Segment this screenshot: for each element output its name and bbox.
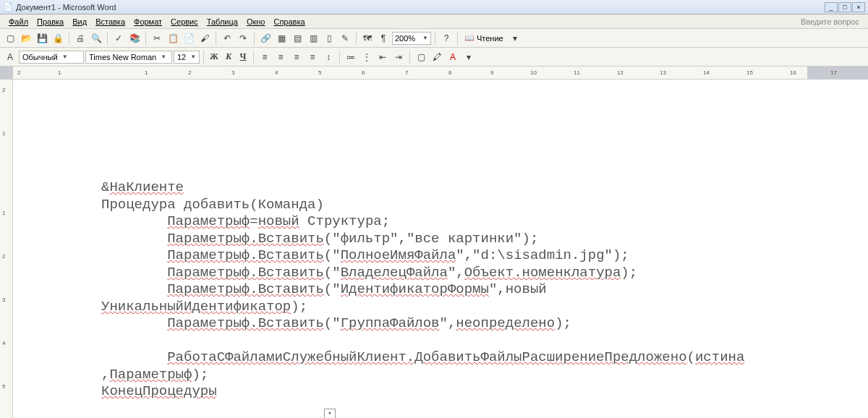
separator bbox=[203, 51, 204, 64]
horizontal-ruler[interactable]: 211234567891011121314151617 bbox=[0, 67, 868, 80]
borders-icon[interactable]: ▢ bbox=[414, 50, 428, 64]
paste-icon[interactable]: 📄 bbox=[182, 31, 196, 46]
insert-table-icon[interactable]: ▤ bbox=[290, 31, 305, 46]
smart-tag-icon[interactable]: ▾ bbox=[324, 409, 336, 419]
document-page[interactable]: &НаКлиенте Процедура добавить(Команда) П… bbox=[13, 80, 868, 418]
menu-window[interactable]: Окно bbox=[242, 16, 270, 27]
format-painter-icon[interactable]: 🖌 bbox=[197, 31, 212, 46]
toolbar-options-icon[interactable]: ▾ bbox=[508, 31, 522, 46]
document-text[interactable]: &НаКлиенте Процедура добавить(Команда) П… bbox=[101, 179, 839, 401]
minimize-button[interactable]: _ bbox=[825, 2, 838, 12]
help-icon[interactable]: ? bbox=[439, 31, 454, 46]
separator bbox=[457, 32, 458, 45]
underline-button[interactable]: Ч bbox=[237, 50, 250, 64]
separator bbox=[216, 32, 216, 45]
undo-icon[interactable]: ↶ bbox=[220, 31, 234, 46]
separator bbox=[69, 32, 69, 45]
align-center-icon[interactable]: ≡ bbox=[273, 50, 288, 64]
italic-button[interactable]: К bbox=[222, 50, 235, 64]
columns-icon[interactable]: ▯ bbox=[322, 31, 336, 46]
menu-bar: Файл Правка Вид Вставка Формат Сервис Та… bbox=[0, 14, 868, 29]
separator bbox=[145, 32, 146, 45]
zoom-combo[interactable]: 200%▼ bbox=[392, 32, 431, 45]
formatting-toolbar: A Обычный▼ Times New Roman▼ 12▼ Ж К Ч ≡ … bbox=[0, 48, 868, 67]
font-color-icon[interactable]: A bbox=[446, 50, 460, 64]
decrease-indent-icon[interactable]: ⇤ bbox=[375, 50, 390, 64]
tables-borders-icon[interactable]: ▦ bbox=[274, 31, 289, 46]
separator bbox=[356, 32, 357, 45]
redo-icon[interactable]: ↷ bbox=[236, 31, 250, 46]
menu-table[interactable]: Таблица bbox=[203, 16, 242, 27]
close-button[interactable]: × bbox=[852, 2, 865, 12]
research-icon[interactable]: 📚 bbox=[127, 31, 142, 46]
standard-toolbar: ▢ 📂 💾 🔒 🖨 🔍 ✓ 📚 ✂ 📋 📄 🖌 ↶ ↷ 🔗 ▦ ▤ ▥ ▯ ✎ … bbox=[0, 29, 868, 48]
styles-pane-icon[interactable]: A bbox=[3, 50, 17, 64]
menu-format[interactable]: Формат bbox=[129, 16, 166, 27]
menu-edit[interactable]: Правка bbox=[33, 16, 68, 27]
spellcheck-icon[interactable]: ✓ bbox=[111, 31, 126, 46]
permissions-icon[interactable]: 🔒 bbox=[51, 31, 65, 46]
bullets-icon[interactable]: ⋮ bbox=[359, 50, 374, 64]
separator bbox=[409, 51, 410, 64]
maximize-button[interactable]: □ bbox=[838, 2, 851, 12]
window-title: Документ1 - Microsoft Word bbox=[16, 3, 116, 12]
menu-insert[interactable]: Вставка bbox=[91, 16, 129, 27]
cut-icon[interactable]: ✂ bbox=[150, 31, 164, 46]
style-combo[interactable]: Обычный▼ bbox=[19, 51, 84, 64]
separator bbox=[339, 51, 340, 64]
print-preview-icon[interactable]: 🔍 bbox=[89, 31, 103, 46]
vertical-ruler[interactable]: 2 1 1 2 3 4 5 bbox=[0, 80, 13, 418]
word-doc-icon: 📄 bbox=[3, 2, 13, 12]
save-icon[interactable]: 💾 bbox=[35, 31, 49, 46]
line-spacing-icon[interactable]: ↕ bbox=[321, 50, 336, 64]
open-icon[interactable]: 📂 bbox=[19, 31, 33, 46]
bold-button[interactable]: Ж bbox=[208, 50, 221, 64]
title-bar: 📄 Документ1 - Microsoft Word _ □ × bbox=[0, 0, 868, 14]
justify-icon[interactable]: ≡ bbox=[305, 50, 320, 64]
font-combo[interactable]: Times New Roman▼ bbox=[85, 51, 172, 64]
separator bbox=[107, 32, 108, 45]
workspace: 2 1 1 2 3 4 5 &НаКлиенте Процедура добав… bbox=[0, 80, 868, 418]
align-left-icon[interactable]: ≡ bbox=[258, 50, 272, 64]
doc-map-icon[interactable]: 🗺 bbox=[360, 31, 375, 46]
align-right-icon[interactable]: ≡ bbox=[289, 50, 304, 64]
window-controls: _ □ × bbox=[825, 2, 865, 12]
separator bbox=[435, 32, 435, 45]
increase-indent-icon[interactable]: ⇥ bbox=[391, 50, 406, 64]
highlight-icon[interactable]: 🖍 bbox=[430, 50, 444, 64]
print-icon[interactable]: 🖨 bbox=[73, 31, 88, 46]
menu-tools[interactable]: Сервис bbox=[166, 16, 203, 27]
copy-icon[interactable]: 📋 bbox=[166, 31, 180, 46]
menu-help[interactable]: Справка bbox=[269, 16, 309, 27]
new-doc-icon[interactable]: ▢ bbox=[3, 31, 17, 46]
menu-file[interactable]: Файл bbox=[4, 16, 33, 27]
separator bbox=[254, 32, 255, 45]
help-search[interactable]: Введите вопрос bbox=[801, 17, 864, 26]
menu-view[interactable]: Вид bbox=[68, 16, 91, 27]
excel-icon[interactable]: ▥ bbox=[306, 31, 320, 46]
toolbar-options-icon[interactable]: ▾ bbox=[461, 50, 476, 64]
numbering-icon[interactable]: ≔ bbox=[344, 50, 358, 64]
show-formatting-icon[interactable]: ¶ bbox=[376, 31, 391, 46]
drawing-icon[interactable]: ✎ bbox=[338, 31, 352, 46]
reading-layout-button[interactable]: 📖 Чтение bbox=[461, 31, 506, 46]
hyperlink-icon[interactable]: 🔗 bbox=[258, 31, 273, 46]
separator bbox=[253, 51, 254, 64]
size-combo[interactable]: 12▼ bbox=[174, 51, 200, 64]
